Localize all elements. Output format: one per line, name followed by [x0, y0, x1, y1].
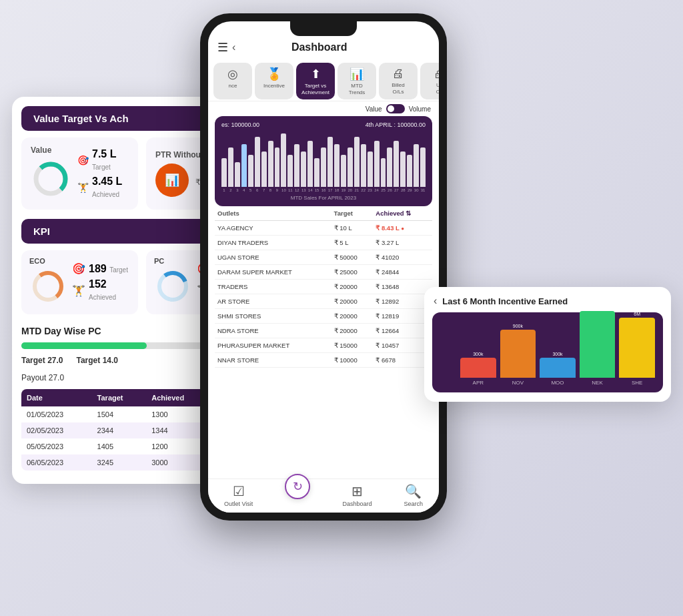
toggle-switch[interactable] — [386, 104, 405, 113]
outlet-target: ₹ 50000 — [331, 250, 374, 265]
bar-col: 21 — [354, 137, 360, 192]
outlet-achieved: ₹ 24844 — [373, 265, 432, 280]
bar-col: 9 — [275, 147, 280, 192]
nav-tab-mtd[interactable]: 📊 MTDTrends — [337, 63, 376, 99]
bar-label: 13 — [301, 188, 306, 192]
bar-fill — [394, 141, 399, 187]
outlet-achieved: ₹ 12892 — [373, 294, 432, 309]
outlet-target: ₹ 10000 — [331, 353, 374, 368]
value-label: Value — [31, 145, 71, 155]
billed-label: BilledO/Ls — [392, 82, 405, 95]
mtd-row-target: 1504 — [92, 406, 147, 422]
inc-bar-label: MOO — [551, 380, 564, 386]
bar-fill — [294, 144, 299, 187]
bar-label: 20 — [348, 188, 352, 192]
bar-label: 4 — [243, 188, 245, 192]
bottom-outlet-visit[interactable]: ☑ Outlet Visit — [224, 483, 253, 507]
phone-screen: ☰ ‹ Dashboard ◎ nce 🏅 Incentive ⬆ Target… — [208, 21, 439, 513]
nav-tab-target[interactable]: ⬆ Target vsAchievment — [296, 63, 335, 99]
bar-label: 12 — [295, 188, 299, 192]
refresh-icon[interactable]: ↻ — [285, 474, 310, 499]
bar-col: 31 — [420, 147, 426, 192]
bottom-refresh[interactable]: ↻ — [285, 483, 310, 507]
mtd-progress-fill — [21, 342, 147, 349]
phone-device: ☰ ‹ Dashboard ◎ nce 🏅 Incentive ⬆ Target… — [200, 13, 447, 521]
value-metric-values: 🎯 7.5 L Target 🏋 3.45 L Achieved — [77, 148, 129, 200]
bar-col: 5 — [248, 155, 253, 192]
bar-label: 10 — [281, 188, 286, 192]
bar-fill — [381, 158, 386, 187]
outlet-target: ₹ 15000 — [331, 338, 374, 353]
value-toggle: Value Volume — [208, 101, 439, 116]
bar-fill — [221, 158, 227, 187]
bar-col: 29 — [407, 155, 412, 192]
bar-label: 26 — [388, 188, 392, 192]
outlet-target: ₹ 20000 — [331, 294, 374, 309]
outlet-name: DIYAN TRADERS — [215, 236, 331, 250]
bottom-dashboard[interactable]: ⊞ Dashboard — [342, 483, 372, 507]
outlet-row: NNAR STORE ₹ 10000 ₹ 6678 — [215, 353, 432, 368]
bar-label: 24 — [374, 188, 379, 192]
inc-bar-label: APR — [473, 380, 484, 386]
volume-toggle-label: Volume — [409, 105, 431, 113]
bar-col: 15 — [314, 158, 319, 192]
mtd-icon: 📊 — [350, 67, 364, 81]
incentive-header: ‹ Last 6 Month Incentive Earned — [424, 287, 671, 312]
inc-bar-col: 900k NOV — [500, 324, 536, 386]
bar-fill — [400, 151, 406, 187]
bar-fill — [348, 147, 353, 187]
bar-fill — [321, 147, 326, 187]
nav-tab-performance[interactable]: ◎ nce — [213, 63, 252, 99]
bar-label: 14 — [308, 188, 313, 192]
mtd-date: 05/05/2023 — [21, 438, 92, 454]
incentive-back-icon[interactable]: ‹ — [434, 295, 437, 307]
nav-tab-billed[interactable]: 🖨 BilledO/Ls — [379, 63, 418, 99]
inc-bar — [580, 311, 616, 378]
inc-bar-label: NOV — [512, 380, 524, 386]
bar-col: 10 — [281, 133, 286, 192]
chart-right-label: 4th APRIL : 100000.00 — [366, 121, 426, 128]
bar-label: 6 — [256, 188, 258, 192]
inc-bar-value: 300k — [552, 352, 562, 356]
bar-col: 22 — [361, 144, 366, 192]
outlet-name: TRADERS — [215, 280, 331, 294]
bar-label: 28 — [401, 188, 406, 192]
ptr-circle-icon: 📊 — [155, 164, 189, 197]
bar-fill — [341, 155, 346, 187]
bar-label: 15 — [315, 188, 319, 192]
bar-col: 8 — [268, 141, 273, 192]
bar-label: 31 — [421, 188, 426, 192]
bar-fill — [420, 147, 426, 187]
eco-label: ECO — [29, 257, 67, 265]
outlets-col-achieved: Achieved ⇅ — [373, 206, 432, 221]
bar-fill — [235, 162, 240, 187]
outlet-target: ₹ 10 L — [331, 221, 374, 236]
bar-col: 25 — [381, 158, 386, 192]
outlet-row: SHMI STORES ₹ 20000 ₹ 12819 — [215, 309, 432, 324]
inc-bar-col: 300k MOO — [540, 352, 576, 386]
inc-bar-value: 300k — [473, 352, 483, 356]
outlet-achieved: ₹ 10457 — [373, 338, 432, 353]
outlet-row: DARAM SUPER MARKET ₹ 25000 ₹ 24844 — [215, 265, 432, 280]
billed-icon: 🖨 — [392, 67, 404, 81]
nav-tab-incentive[interactable]: 🏅 Incentive — [255, 63, 293, 99]
bar-label: 30 — [414, 188, 419, 192]
nav-tab-un[interactable]: 🖨 UnOu — [420, 63, 439, 99]
outlet-target: ₹ 20000 — [331, 280, 374, 294]
bar-col: 24 — [374, 141, 380, 192]
menu-icon[interactable]: ☰ — [217, 40, 228, 55]
outlet-name: AR STORE — [215, 294, 331, 309]
outlet-row: YA AGENCY ₹ 10 L ₹ 8.43 L ● — [215, 221, 432, 236]
bottom-search[interactable]: 🔍 Search — [404, 483, 423, 507]
incentive-card: ‹ Last 6 Month Incentive Earned 300k APR… — [424, 287, 671, 402]
bar-label: 9 — [276, 188, 278, 192]
mtd-row-target: 1405 — [92, 438, 147, 454]
incentive-label: Incentive — [263, 83, 285, 89]
outlet-achieved: ₹ 12664 — [373, 324, 432, 338]
target-icon: ⬆ — [311, 67, 321, 81]
incentive-bar-chart: 300k APR 900k NOV 300k MOO 6M NEK 6M SHE — [460, 319, 655, 386]
bar-fill — [374, 141, 380, 187]
outlet-target: ₹ 20000 — [331, 309, 374, 324]
eco-target-lbl: Target — [109, 266, 128, 274]
col-date: Date — [21, 389, 92, 406]
